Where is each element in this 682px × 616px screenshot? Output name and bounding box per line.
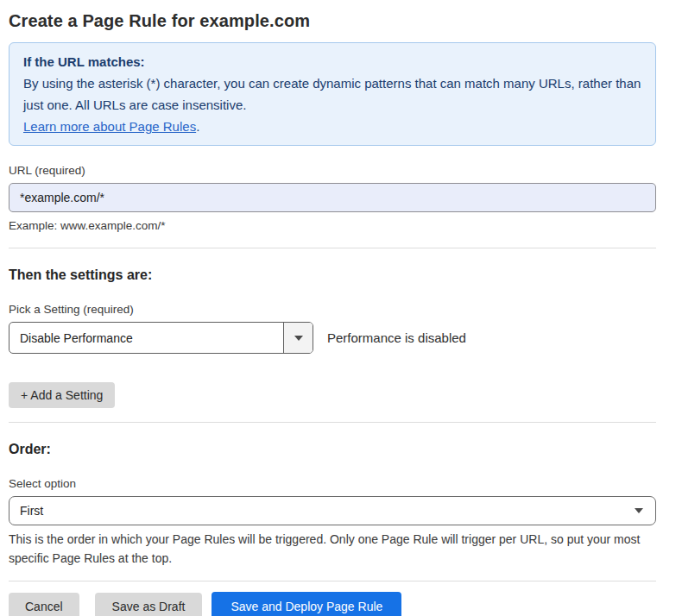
info-box-body: By using the asterisk (*) character, you… [23, 72, 641, 116]
link-period: . [196, 119, 199, 134]
select-option-label: Select option [9, 476, 656, 491]
setting-dropdown-arrow-button[interactable] [283, 323, 313, 353]
pick-setting-label: Pick a Setting (required) [9, 302, 656, 317]
divider [9, 248, 656, 248]
setting-row: Disable Performance Performance is disab… [9, 322, 656, 354]
info-box-heading: If the URL matches: [23, 51, 641, 72]
setting-dropdown-value: Disable Performance [9, 323, 283, 353]
chevron-down-icon [635, 508, 643, 513]
url-match-info-box: If the URL matches: By using the asteris… [9, 42, 656, 146]
learn-more-link[interactable]: Learn more about Page Rules [23, 119, 196, 134]
add-setting-button[interactable]: + Add a Setting [9, 382, 115, 408]
url-field-label: URL (required) [9, 163, 656, 178]
order-select-value: First [20, 504, 43, 518]
page-title: Create a Page Rule for example.com [9, 10, 656, 31]
url-input[interactable] [9, 183, 656, 212]
save-as-draft-button[interactable]: Save as Draft [95, 593, 203, 616]
cancel-button[interactable]: Cancel [9, 593, 79, 616]
page-rule-form: Create a Page Rule for example.com If th… [0, 0, 682, 616]
order-select[interactable]: First [9, 496, 656, 525]
order-helper-text: This is the order in which your Page Rul… [9, 530, 652, 568]
setting-status-text: Performance is disabled [327, 330, 466, 345]
divider [9, 422, 656, 423]
url-example-helper: Example: www.example.com/* [9, 218, 656, 233]
save-and-deploy-button[interactable]: Save and Deploy Page Rule [212, 592, 401, 616]
settings-section-heading: Then the settings are: [9, 267, 656, 283]
order-section-heading: Order: [9, 441, 656, 457]
divider [9, 581, 656, 581]
form-actions: Cancel Save as Draft Save and Deploy Pag… [9, 592, 656, 616]
chevron-down-icon [294, 336, 303, 341]
setting-dropdown[interactable]: Disable Performance [9, 322, 313, 354]
info-box-link-line: Learn more about Page Rules. [23, 116, 641, 137]
